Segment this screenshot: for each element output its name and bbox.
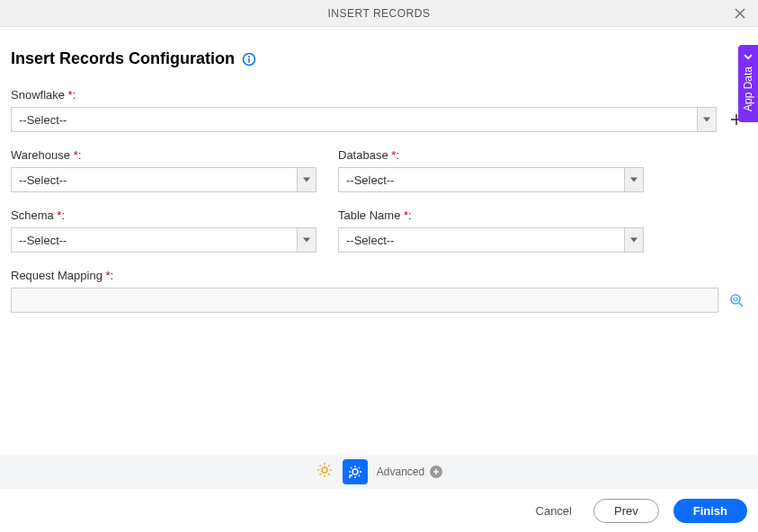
chevron-down-icon	[703, 118, 710, 122]
schema-value: --Select--	[19, 234, 67, 247]
warehouse-value: --Select--	[19, 173, 67, 187]
snowflake-select[interactable]: --Select--	[11, 107, 717, 132]
snowflake-label-text: Snowflake	[11, 88, 65, 102]
svg-line-8	[739, 303, 743, 306]
content-area: Insert Records Configuration Snowflake *…	[0, 27, 758, 313]
app-data-label: App Data	[742, 66, 754, 111]
svg-point-3	[248, 56, 250, 58]
button-row: Cancel Prev Finish	[529, 499, 747, 523]
footer-toolbar: Advanced	[0, 455, 758, 489]
warehouse-label: Warehouse *:	[11, 148, 317, 162]
table-label: Table Name *:	[338, 208, 644, 222]
app-data-panel-tab[interactable]: App Data	[738, 45, 758, 122]
titlebar-title: INSERT RECORDS	[328, 7, 431, 20]
mapping-input[interactable]	[11, 288, 718, 313]
svg-point-9	[734, 297, 737, 301]
schema-label: Schema *:	[11, 208, 317, 222]
mapping-label-text: Request Mapping	[11, 269, 103, 282]
colon: :	[78, 148, 82, 162]
prev-button[interactable]: Prev	[593, 499, 659, 523]
titlebar: INSERT RECORDS	[0, 0, 758, 27]
snowflake-label: Snowflake *:	[11, 88, 747, 102]
colon: :	[396, 148, 399, 162]
schema-select[interactable]: --Select--	[11, 227, 317, 253]
field-warehouse: Warehouse *: --Select--	[11, 148, 317, 192]
advanced-label: Advanced	[377, 466, 424, 478]
svg-rect-4	[248, 58, 250, 62]
colon: :	[61, 208, 65, 222]
table-value: --Select--	[346, 234, 394, 247]
svg-point-11	[352, 469, 358, 474]
plus-circle-icon	[430, 466, 442, 478]
finish-button[interactable]: Finish	[673, 499, 747, 523]
chevron-down-icon	[303, 238, 310, 243]
warehouse-select[interactable]: --Select--	[11, 167, 317, 192]
snowflake-value: --Select--	[19, 113, 67, 127]
field-snowflake: Snowflake *: --Select--	[11, 88, 747, 132]
field-database: Database *: --Select--	[338, 148, 644, 192]
field-mapping: Request Mapping *:	[11, 269, 747, 313]
config-gear-icon[interactable]	[343, 459, 368, 484]
chevron-down-icon	[303, 178, 310, 182]
database-select[interactable]: --Select--	[338, 167, 644, 192]
chevron-down-icon	[630, 238, 638, 243]
table-select[interactable]: --Select--	[338, 227, 644, 253]
field-schema: Schema *: --Select--	[11, 208, 317, 253]
chevron-down-icon	[630, 178, 638, 182]
database-value: --Select--	[346, 173, 394, 187]
database-label-text: Database	[338, 148, 388, 162]
warehouse-label-text: Warehouse	[11, 148, 70, 162]
page-title: Insert Records Configuration	[11, 49, 235, 68]
close-icon[interactable]	[731, 4, 749, 22]
form-grid: Snowflake *: --Select-- Warehouse	[11, 88, 747, 313]
cancel-button[interactable]: Cancel	[529, 499, 579, 523]
table-label-text: Table Name	[338, 208, 400, 222]
database-label: Database *:	[338, 148, 644, 162]
svg-point-7	[731, 295, 740, 304]
advanced-toggle[interactable]: Advanced	[377, 466, 442, 478]
page-title-row: Insert Records Configuration	[11, 49, 747, 68]
chevron-left-icon	[744, 50, 753, 63]
mapping-search-icon[interactable]	[726, 288, 747, 313]
colon: :	[73, 88, 76, 102]
gear-icon[interactable]	[316, 461, 334, 483]
colon: :	[111, 269, 114, 282]
field-table: Table Name *: --Select--	[338, 208, 644, 253]
info-icon[interactable]	[242, 52, 256, 66]
schema-label-text: Schema	[11, 208, 54, 222]
svg-point-10	[322, 467, 327, 473]
colon: :	[408, 208, 412, 222]
mapping-label: Request Mapping *:	[11, 269, 747, 282]
